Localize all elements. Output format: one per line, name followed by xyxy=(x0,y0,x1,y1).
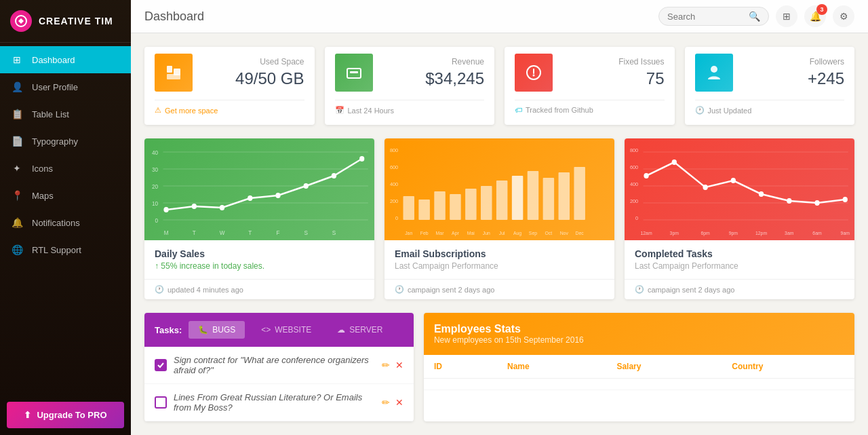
svg-text:400: 400 xyxy=(390,181,398,187)
svg-text:0: 0 xyxy=(155,217,159,224)
svg-rect-51 xyxy=(574,167,585,220)
user-icon: 👤 xyxy=(10,81,24,92)
svg-point-20 xyxy=(163,207,168,212)
sidebar-item-dashboard[interactable]: ⊞ Dashboard xyxy=(0,46,131,73)
bugs-icon: 🐛 xyxy=(198,325,208,335)
tasks-label: Tasks: xyxy=(155,325,182,335)
svg-text:T: T xyxy=(248,229,252,236)
maps-icon: 📍 xyxy=(10,190,24,201)
task-text-1: Sign contract for "What are conference o… xyxy=(174,355,375,375)
svg-rect-40 xyxy=(403,196,414,220)
svg-text:200: 200 xyxy=(390,198,398,204)
footer-text: campaign sent 2 days ago xyxy=(408,286,494,294)
svg-text:Mar: Mar xyxy=(436,230,444,236)
svg-point-77 xyxy=(731,178,736,183)
sidebar-bottom: ⬆ Upgrade To PRO xyxy=(0,395,131,435)
notifications-button[interactable]: 🔔 3 xyxy=(804,5,826,27)
stat-card-revenue: Revenue $34,245 📅 Last 24 Hours xyxy=(325,47,495,125)
svg-point-22 xyxy=(220,205,224,210)
sidebar-item-notifications[interactable]: 🔔 Notifications xyxy=(0,209,131,236)
stat-value: 75 xyxy=(561,69,665,88)
svg-rect-47 xyxy=(512,176,523,220)
sidebar-item-label: RTL Support xyxy=(32,245,81,255)
stat-value: $34,245 xyxy=(381,69,485,88)
tab-label: WEBSITE xyxy=(275,325,311,335)
svg-text:40: 40 xyxy=(152,149,158,156)
task-checkbox-1[interactable] xyxy=(155,359,167,371)
stat-card-fixed-issues: Fixed Issues 75 🏷 Tracked from Github xyxy=(505,47,675,125)
chart-subtitle: Last Campaign Performance xyxy=(635,261,844,271)
svg-point-76 xyxy=(703,185,707,190)
svg-text:Sep: Sep xyxy=(529,230,537,236)
clock-icon: 🕐 xyxy=(695,106,705,115)
footer-text: Just Updated xyxy=(708,107,752,115)
svg-rect-44 xyxy=(465,189,476,220)
stat-footer: 📅 Last 24 Hours xyxy=(335,100,485,115)
upgrade-icon: ⬆ xyxy=(24,410,31,420)
svg-text:T: T xyxy=(193,229,197,236)
edit-icon-2[interactable]: ✏ xyxy=(382,397,390,408)
upgrade-label: Upgrade To PRO xyxy=(37,410,106,420)
cell-id xyxy=(424,379,497,390)
stat-label: Fixed Issues xyxy=(561,57,665,67)
header: Dashboard 🔍 ⊞ 🔔 3 ⚙ xyxy=(131,0,868,33)
upgrade-button[interactable]: ⬆ Upgrade To PRO xyxy=(7,402,124,428)
sidebar-item-user-profile[interactable]: 👤 User Profile xyxy=(0,73,131,100)
svg-rect-5 xyxy=(350,71,358,73)
tab-label: BUGS xyxy=(212,325,235,335)
tab-server[interactable]: ☁ SERVER xyxy=(328,321,392,339)
stat-footer: 🏷 Tracked from Github xyxy=(515,100,665,114)
svg-rect-49 xyxy=(543,178,554,220)
search-box: 🔍 xyxy=(658,7,769,26)
svg-rect-1 xyxy=(167,66,172,73)
tab-bugs[interactable]: 🐛 BUGS xyxy=(189,321,245,339)
svg-text:10: 10 xyxy=(152,200,158,207)
employees-title: Employees Stats xyxy=(434,323,844,335)
chart-card-completed-tasks: 800 600 400 200 0 xyxy=(625,138,854,299)
svg-text:Dec: Dec xyxy=(576,230,585,236)
cell-country xyxy=(722,379,854,390)
settings-button[interactable]: ⚙ xyxy=(833,5,854,27)
svg-text:Mai: Mai xyxy=(467,230,475,236)
logo-text: CREATIVE TIM xyxy=(39,16,113,26)
svg-text:0: 0 xyxy=(395,215,398,221)
svg-text:W: W xyxy=(220,229,226,236)
typography-icon: 📄 xyxy=(10,136,24,147)
bottom-section: Tasks: 🐛 BUGS <> WEBSITE ☁ SERVER xyxy=(144,313,854,421)
svg-text:Aug: Aug xyxy=(513,230,521,236)
svg-text:Feb: Feb xyxy=(420,230,429,236)
delete-icon-1[interactable]: ✕ xyxy=(395,360,403,371)
footer-text: Tracked from Github xyxy=(526,106,593,114)
svg-point-27 xyxy=(359,156,364,162)
sidebar-item-rtl-support[interactable]: 🌐 RTL Support xyxy=(0,236,131,263)
footer-text: Last 24 Hours xyxy=(348,107,394,115)
delete-icon-2[interactable]: ✕ xyxy=(395,397,403,408)
tab-label: SERVER xyxy=(349,325,382,335)
sidebar-item-label: Typography xyxy=(32,136,78,147)
sidebar-item-icons[interactable]: ✦ Icons xyxy=(0,155,131,182)
sidebar-item-label: User Profile xyxy=(32,82,78,92)
notification-badge: 3 xyxy=(816,4,827,15)
svg-text:3am: 3am xyxy=(785,230,793,236)
sidebar-item-label: Table List xyxy=(32,109,69,119)
sidebar-item-table-list[interactable]: 📋 Table List xyxy=(0,100,131,128)
chart-subtitle: ↑ 55% increase in today sales. xyxy=(155,261,364,271)
sidebar-item-maps[interactable]: 📍 Maps xyxy=(0,182,131,209)
edit-icon-1[interactable]: ✏ xyxy=(382,360,390,371)
search-input[interactable] xyxy=(667,12,749,22)
header-right: 🔍 ⊞ 🔔 3 ⚙ xyxy=(658,5,854,27)
task-actions-2: ✏ ✕ xyxy=(382,397,403,408)
grid-button[interactable]: ⊞ xyxy=(776,5,797,27)
globe-icon: 🌐 xyxy=(10,244,24,255)
tasks-chart: 800 600 400 200 0 xyxy=(625,138,854,240)
task-checkbox-2[interactable] xyxy=(155,396,167,409)
svg-point-24 xyxy=(275,193,280,198)
sidebar-item-typography[interactable]: 📄 Typography xyxy=(0,128,131,155)
footer-text: campaign sent 2 days ago xyxy=(648,286,734,294)
chart-card-email-subscriptions: 800 600 400 200 0 xyxy=(384,138,614,299)
stat-cards: Used Space 49/50 GB ⚠ Get more space Rev… xyxy=(144,47,854,125)
svg-text:9pm: 9pm xyxy=(729,230,738,236)
fixed-issues-icon xyxy=(515,54,553,92)
tab-website[interactable]: <> WEBSITE xyxy=(252,321,321,339)
footer-text: Get more space xyxy=(165,107,218,115)
